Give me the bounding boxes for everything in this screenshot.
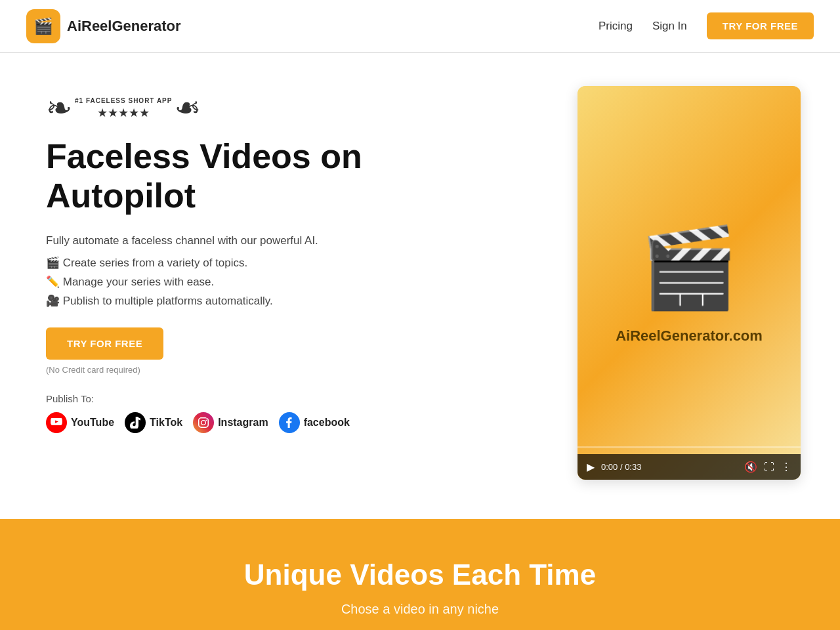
logo-icon: 🎬 — [26, 9, 60, 43]
header: 🎬 AiReelGenerator Pricing Sign In TRY FO… — [0, 0, 840, 52]
feature-item-3: 🎥 Publish to multiple platforms automati… — [46, 294, 413, 308]
tiktok-icon — [125, 412, 146, 433]
youtube-label: YouTube — [71, 417, 114, 429]
award-inner: #1 FACELESS SHORT APP ★★★★★ — [72, 97, 175, 120]
orange-heading: Unique Videos Each Time — [26, 558, 814, 591]
laurel-left: ❧ — [46, 93, 72, 124]
hero-features-list: 🎬 Create series from a variety of topics… — [46, 256, 413, 308]
platform-youtube: YouTube — [46, 412, 114, 433]
award-title: #1 FACELESS SHORT APP — [75, 97, 172, 104]
award-badge: ❧ #1 FACELESS SHORT APP ★★★★★ ❧ — [46, 93, 413, 124]
video-mute-button[interactable]: 🔇 — [744, 461, 757, 473]
main-nav: Pricing Sign In TRY FOR FREE — [598, 12, 814, 39]
orange-section: Unique Videos Each Time Chose a video in… — [0, 519, 840, 630]
feature-item-2: ✏️ Manage your series with ease. — [46, 275, 413, 289]
hero-right: 🎬 AiReelGenerator.com ▶ 0:00 / 0:33 🔇 ⛶ … — [578, 86, 801, 480]
feature-item-1: 🎬 Create series from a variety of topics… — [46, 256, 413, 270]
instagram-icon — [193, 412, 214, 433]
video-fullscreen-button[interactable]: ⛶ — [764, 461, 774, 473]
laurel-right: ❧ — [175, 93, 201, 124]
video-time: 0:00 / 0:33 — [601, 462, 738, 472]
tiktok-label: TikTok — [150, 417, 182, 429]
no-credit-text: (No Credit card required) — [46, 365, 413, 375]
hero-description: Fully automate a faceless channel with o… — [46, 232, 413, 249]
video-progress-bar[interactable] — [578, 446, 801, 448]
video-background: 🎬 AiReelGenerator.com — [578, 86, 801, 480]
logo-text: AiReelGenerator — [67, 18, 181, 35]
facebook-icon — [279, 412, 300, 433]
award-stars: ★★★★★ — [75, 106, 172, 120]
hero-section: ❧ #1 FACELESS SHORT APP ★★★★★ ❧ Faceless… — [0, 53, 840, 519]
video-container: 🎬 AiReelGenerator.com ▶ 0:00 / 0:33 🔇 ⛶ … — [578, 86, 801, 480]
facebook-label: facebook — [304, 417, 350, 429]
platform-instagram: Instagram — [193, 412, 268, 433]
platform-tiktok: TikTok — [125, 412, 182, 433]
video-controls: ▶ 0:00 / 0:33 🔇 ⛶ ⋮ — [578, 454, 801, 480]
camera-emoji: 🎬 — [640, 222, 738, 314]
logo-area: 🎬 AiReelGenerator — [26, 9, 181, 43]
youtube-icon — [46, 412, 67, 433]
nav-signin-link[interactable]: Sign In — [652, 20, 687, 33]
platform-logos: YouTube TikTok Instagram — [46, 412, 413, 433]
hero-left: ❧ #1 FACELESS SHORT APP ★★★★★ ❧ Faceless… — [46, 86, 413, 433]
hero-heading: Faceless Videos on Autopilot — [46, 137, 413, 216]
orange-subtext: Chose a video in any niche — [26, 602, 814, 617]
video-play-button[interactable]: ▶ — [587, 461, 595, 473]
video-brand-text: AiReelGenerator.com — [616, 327, 763, 345]
platform-facebook: facebook — [279, 412, 350, 433]
instagram-label: Instagram — [218, 417, 268, 429]
hero-try-free-button[interactable]: TRY FOR FREE — [46, 327, 163, 360]
publish-label: Publish To: — [46, 393, 413, 404]
video-more-button[interactable]: ⋮ — [781, 461, 791, 473]
nav-pricing-link[interactable]: Pricing — [598, 20, 633, 33]
nav-try-free-button[interactable]: TRY FOR FREE — [707, 12, 814, 39]
